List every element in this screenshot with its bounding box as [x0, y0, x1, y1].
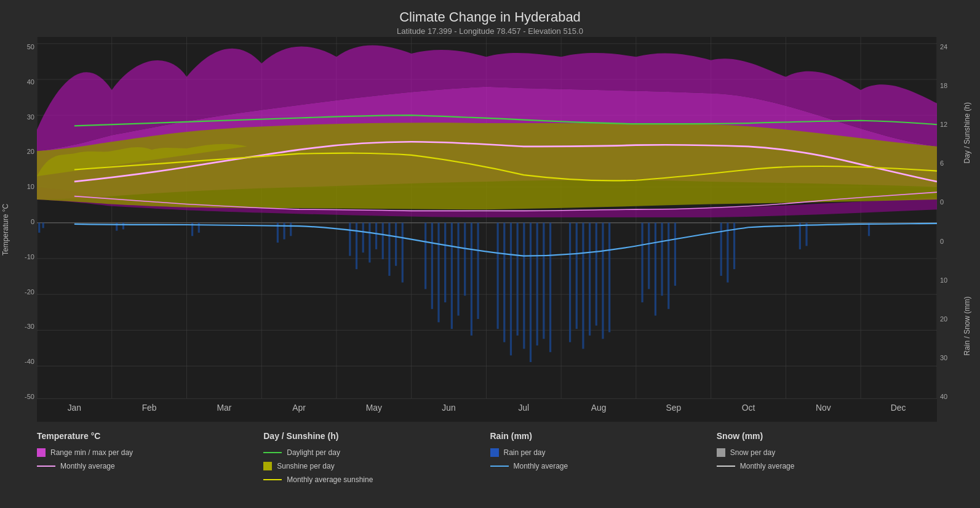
- y-tick-20: 20: [27, 148, 34, 155]
- svg-rect-52: [471, 223, 472, 336]
- y-tick-right-30: 30: [940, 354, 947, 361]
- svg-rect-66: [589, 223, 591, 336]
- legend-item-snow: Snow per day: [717, 448, 943, 457]
- svg-rect-69: [608, 223, 610, 333]
- legend-line-monthly-avg-rain: [490, 466, 509, 467]
- svg-rect-56: [510, 223, 512, 356]
- svg-rect-55: [503, 223, 505, 342]
- legend-line-monthly-avg-snow: [717, 466, 735, 467]
- svg-rect-64: [576, 223, 578, 329]
- svg-rect-40: [375, 223, 377, 249]
- main-container: Climate Change in Hyderabad Latitude 17.…: [0, 0, 980, 508]
- svg-rect-51: [464, 223, 466, 296]
- svg-rect-43: [395, 223, 397, 266]
- y-tick-10: 10: [27, 183, 34, 190]
- legend-label-monthly-avg-temp: Monthly average: [60, 462, 115, 470]
- y-tick-right-20: 20: [940, 315, 947, 323]
- svg-rect-68: [602, 223, 604, 339]
- svg-rect-71: [648, 223, 650, 289]
- y-tick-right-40: 40: [940, 393, 947, 400]
- y-tick-n40: -40: [25, 358, 34, 365]
- y-axis-left-label: Temperature °C: [0, 37, 11, 422]
- svg-rect-60: [536, 223, 538, 345]
- legend-label-monthly-avg-rain: Monthly average: [514, 462, 568, 470]
- legend-line-daylight: [263, 452, 282, 453]
- legend-line-avg-sunshine: [263, 479, 282, 480]
- svg-rect-57: [517, 223, 519, 336]
- legend-label-sunshine: Sunshine per day: [277, 462, 334, 470]
- legend-color-snow: [717, 448, 725, 457]
- legend-label-monthly-avg-snow: Monthly average: [740, 462, 795, 470]
- y-tick-right-12: 12: [940, 121, 947, 128]
- svg-rect-45: [424, 223, 426, 289]
- legend-sunshine: Day / Sunshine (h) Daylight per day Suns…: [263, 431, 490, 502]
- svg-rect-79: [799, 223, 801, 249]
- chart-header: Climate Change in Hyderabad Latitude 17.…: [0, 6, 980, 37]
- svg-rect-58: [523, 223, 525, 349]
- y-tick-n50: -50: [25, 393, 34, 400]
- svg-rect-65: [582, 223, 584, 349]
- legend-label-range: Range min / max per day: [50, 448, 133, 457]
- svg-rect-37: [356, 223, 357, 269]
- svg-text:Nov: Nov: [816, 403, 831, 413]
- y-tick-30: 30: [27, 113, 34, 121]
- svg-rect-39: [368, 223, 370, 263]
- svg-rect-76: [720, 223, 722, 276]
- legend-color-rain: [490, 448, 499, 457]
- svg-rect-67: [596, 223, 597, 326]
- svg-text:Aug: Aug: [591, 403, 607, 413]
- legend-item-avg-sunshine: Monthly average sunshine: [263, 475, 490, 484]
- svg-rect-81: [868, 223, 870, 236]
- legend-area: Temperature °C Range min / max per day M…: [0, 422, 980, 508]
- svg-rect-47: [437, 223, 439, 323]
- svg-text:Jun: Jun: [442, 403, 455, 413]
- legend-item-sunshine: Sunshine per day: [263, 462, 490, 470]
- svg-rect-70: [641, 223, 643, 302]
- svg-rect-73: [661, 223, 663, 296]
- svg-rect-36: [349, 223, 351, 256]
- legend-item-monthly-avg-temp: Monthly average: [37, 462, 263, 470]
- svg-rect-38: [362, 223, 364, 252]
- svg-text:Apr: Apr: [292, 403, 306, 413]
- svg-rect-44: [402, 223, 404, 283]
- svg-rect-46: [431, 223, 433, 309]
- y-tick-right-18: 18: [940, 82, 947, 89]
- svg-rect-30: [122, 223, 124, 230]
- y-tick-right-0b: 0: [940, 238, 944, 245]
- y-tick-50: 50: [27, 43, 34, 50]
- svg-rect-80: [805, 223, 807, 246]
- svg-text:Jul: Jul: [518, 403, 529, 413]
- legend-rain: Rain (mm) Rain per day Monthly average: [490, 431, 717, 502]
- legend-label-avg-sunshine: Monthly average sunshine: [287, 475, 373, 484]
- right-axis-label-top: Day / Sunshine (h): [962, 37, 980, 230]
- legend-snow-title: Snow (mm): [717, 431, 943, 441]
- svg-rect-54: [497, 223, 499, 329]
- svg-rect-74: [667, 223, 669, 309]
- chart-svg: Jan Feb Mar Apr May Jun Jul Aug Sep Oct …: [37, 37, 937, 422]
- svg-rect-62: [549, 223, 551, 352]
- svg-rect-48: [444, 223, 446, 302]
- svg-rect-53: [477, 223, 479, 319]
- legend-item-monthly-avg-snow: Monthly average: [717, 462, 943, 470]
- y-tick-right-0: 0: [940, 198, 944, 206]
- legend-sunshine-title: Day / Sunshine (h): [263, 431, 490, 441]
- svg-rect-77: [727, 223, 728, 283]
- svg-rect-27: [38, 223, 40, 233]
- y-tick-0: 0: [31, 218, 34, 225]
- svg-rect-50: [457, 223, 459, 316]
- legend-color-sunshine: [263, 462, 272, 470]
- y-tick-right-10: 10: [940, 276, 947, 284]
- legend-item-rain: Rain per day: [490, 448, 717, 457]
- chart-subtitle: Latitude 17.399 - Longitude 78.457 - Ele…: [0, 26, 980, 36]
- svg-rect-35: [290, 223, 292, 236]
- legend-label-daylight: Daylight per day: [287, 448, 340, 457]
- y-tick-n20: -20: [25, 288, 34, 296]
- svg-text:Mar: Mar: [217, 403, 231, 413]
- svg-text:May: May: [366, 403, 382, 413]
- legend-label-snow: Snow per day: [730, 448, 775, 457]
- svg-text:Feb: Feb: [142, 403, 157, 413]
- svg-text:Dec: Dec: [891, 403, 906, 413]
- svg-rect-72: [655, 223, 656, 316]
- svg-rect-49: [451, 223, 453, 329]
- svg-text:Oct: Oct: [742, 403, 755, 413]
